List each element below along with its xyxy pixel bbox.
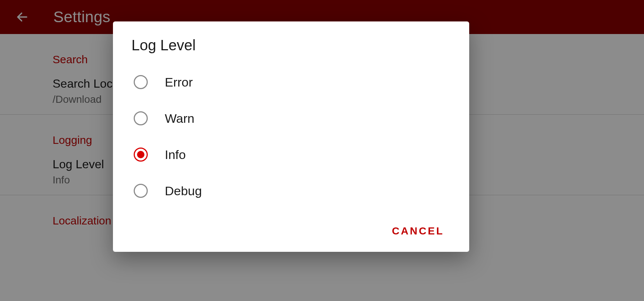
radio-option-info[interactable]: Info [131, 136, 452, 173]
radio-icon [134, 148, 148, 162]
radio-icon [134, 75, 148, 89]
radio-label: Debug [165, 184, 202, 198]
radio-icon [134, 184, 148, 198]
radio-label: Error [165, 75, 193, 89]
dialog-actions: CANCEL [131, 209, 452, 241]
radio-label: Info [165, 148, 186, 162]
cancel-button[interactable]: CANCEL [384, 221, 452, 241]
dialog-title: Log Level [131, 37, 452, 54]
radio-option-warn[interactable]: Warn [131, 100, 452, 136]
radio-label: Warn [165, 111, 194, 126]
radio-option-debug[interactable]: Debug [131, 173, 452, 209]
radio-option-error[interactable]: Error [131, 64, 452, 100]
radio-icon [134, 111, 148, 125]
log-level-dialog: Log Level Error Warn Info Debug CANCEL [113, 21, 469, 252]
